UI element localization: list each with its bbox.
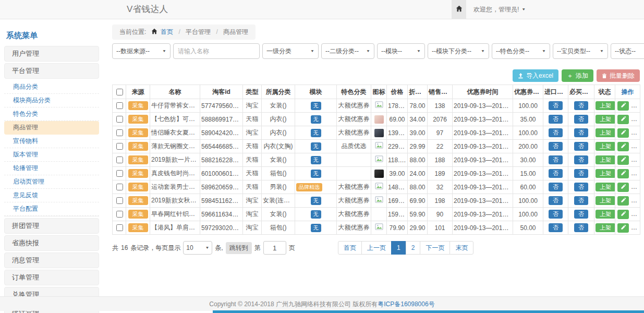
module-badge[interactable]: 无 xyxy=(311,129,321,137)
import-select-toggle[interactable]: 否 xyxy=(549,196,563,205)
sidebar-item[interactable]: 省惠快报 xyxy=(4,235,99,251)
level1-category-select[interactable]: 一级分类▼ xyxy=(262,43,319,59)
sidebar-item[interactable]: 平台管理 xyxy=(4,63,99,79)
module-select[interactable]: --模块--▼ xyxy=(377,43,425,59)
sidebar-subitem[interactable]: 意见反馈 xyxy=(4,189,99,202)
page-size-select[interactable]: 10 ▼ xyxy=(183,241,212,255)
status-badge[interactable]: 上架 xyxy=(596,169,615,178)
module-badge[interactable]: 无 xyxy=(311,224,321,232)
edit-button[interactable] xyxy=(617,223,629,233)
status-badge[interactable]: 上架 xyxy=(596,101,615,110)
must-buy-toggle[interactable]: 否 xyxy=(574,210,588,219)
edit-button[interactable] xyxy=(617,142,629,151)
sidebar-subitem[interactable]: 模块商品分类 xyxy=(4,94,99,107)
status-select[interactable]: --状态--▼ xyxy=(611,43,644,59)
edit-button[interactable] xyxy=(617,128,629,138)
status-badge[interactable]: 上架 xyxy=(596,210,615,219)
row-checkbox[interactable] xyxy=(116,143,123,150)
edit-button[interactable] xyxy=(617,210,629,219)
sidebar-item[interactable]: 订单管理 xyxy=(4,270,99,285)
module-subcategory-select[interactable]: --模块下分类--▼ xyxy=(428,43,489,59)
module-badge[interactable]: 无 xyxy=(311,115,321,124)
sidebar-subitem[interactable]: 商品管理 xyxy=(4,121,99,135)
row-checkbox[interactable] xyxy=(116,129,123,136)
status-badge[interactable]: 上架 xyxy=(596,115,615,124)
sidebar-item[interactable]: 拼团管理 xyxy=(4,218,99,234)
edit-button[interactable] xyxy=(617,101,629,111)
item-type-select[interactable]: --宝贝类型--▼ xyxy=(553,43,608,59)
page-button[interactable]: 下一页 xyxy=(420,241,450,255)
sidebar-subitem[interactable]: 平台配置 xyxy=(4,202,99,216)
page-button[interactable]: 末页 xyxy=(449,241,473,255)
row-checkbox[interactable] xyxy=(116,197,123,204)
must-buy-toggle[interactable]: 否 xyxy=(574,142,588,151)
page-button[interactable]: 2 xyxy=(406,241,421,255)
page-button[interactable]: 1 xyxy=(391,241,406,255)
status-badge[interactable]: 上架 xyxy=(596,142,615,151)
row-checkbox[interactable] xyxy=(116,156,123,163)
must-buy-toggle[interactable]: 否 xyxy=(574,101,588,110)
import-select-toggle[interactable]: 否 xyxy=(549,115,563,124)
must-buy-toggle[interactable]: 否 xyxy=(574,128,588,137)
import-excel-button[interactable]: 导入excel xyxy=(513,69,558,82)
level2-category-select[interactable]: --二级分类--▼ xyxy=(321,43,374,59)
edit-button[interactable] xyxy=(617,183,629,192)
icp-link[interactable]: 粤ICP备16098006号 xyxy=(378,300,434,308)
add-button[interactable]: ＋ 添加 xyxy=(562,69,593,82)
bulk-delete-button[interactable]: 批量删除 xyxy=(597,69,640,82)
row-checkbox[interactable] xyxy=(116,184,123,190)
sidebar-subitem[interactable]: 版本管理 xyxy=(4,148,99,162)
page-jump-input[interactable] xyxy=(263,241,286,255)
sidebar-subitem[interactable]: 特色分类 xyxy=(4,107,99,121)
status-badge[interactable]: 上架 xyxy=(596,128,615,137)
status-badge[interactable]: 上架 xyxy=(596,183,615,191)
import-select-toggle[interactable]: 否 xyxy=(549,183,563,191)
must-buy-toggle[interactable]: 否 xyxy=(574,155,588,164)
sidebar-subitem[interactable]: 宣传物料 xyxy=(4,135,99,148)
select-all-checkbox[interactable] xyxy=(116,89,123,95)
row-checkbox[interactable] xyxy=(116,116,123,123)
import-select-toggle[interactable]: 否 xyxy=(549,128,563,137)
import-select-toggle[interactable]: 否 xyxy=(549,223,563,232)
edit-button[interactable] xyxy=(617,196,629,206)
row-checkbox[interactable] xyxy=(116,211,123,218)
row-checkbox[interactable] xyxy=(116,224,123,231)
sidebar-item[interactable]: 消息管理 xyxy=(4,252,99,268)
module-badge[interactable]: 品牌精选 xyxy=(296,183,322,191)
jump-button[interactable]: 跳转到 xyxy=(226,242,252,254)
page-button[interactable]: 首页 xyxy=(338,241,362,255)
import-select-toggle[interactable]: 否 xyxy=(549,169,563,178)
import-select-toggle[interactable]: 否 xyxy=(549,142,563,151)
home-button[interactable] xyxy=(452,0,466,19)
edit-button[interactable] xyxy=(617,169,629,178)
must-buy-toggle[interactable]: 否 xyxy=(574,223,588,232)
import-select-toggle[interactable]: 否 xyxy=(549,210,563,219)
page-button[interactable]: 上一页 xyxy=(361,241,392,255)
data-source-select[interactable]: --数据来源--▼ xyxy=(112,43,171,59)
edit-button[interactable] xyxy=(617,155,629,165)
module-badge[interactable]: 无 xyxy=(311,102,321,110)
sidebar-subitem[interactable]: 启动页管理 xyxy=(4,175,99,189)
must-buy-toggle[interactable]: 否 xyxy=(574,115,588,124)
must-buy-toggle[interactable]: 否 xyxy=(574,183,588,191)
status-badge[interactable]: 上架 xyxy=(596,196,615,205)
must-buy-toggle[interactable]: 否 xyxy=(574,196,588,205)
import-select-toggle[interactable]: 否 xyxy=(549,101,563,110)
breadcrumb-home-link[interactable]: 首页 xyxy=(161,28,173,35)
module-badge[interactable]: 无 xyxy=(311,142,321,151)
must-buy-toggle[interactable]: 否 xyxy=(574,169,588,178)
row-checkbox[interactable] xyxy=(116,102,123,109)
sidebar-subitem[interactable]: 商品分类 xyxy=(4,80,99,94)
import-select-toggle[interactable]: 否 xyxy=(549,155,563,164)
name-search-input[interactable] xyxy=(173,43,260,59)
user-menu[interactable]: 欢迎您，管理员! ▼ xyxy=(473,5,526,14)
edit-button[interactable] xyxy=(617,115,629,124)
module-badge[interactable]: 无 xyxy=(311,156,321,164)
status-badge[interactable]: 上架 xyxy=(596,223,615,232)
row-checkbox[interactable] xyxy=(116,170,123,177)
module-badge[interactable]: 无 xyxy=(311,210,321,219)
status-badge[interactable]: 上架 xyxy=(596,155,615,164)
module-badge[interactable]: 无 xyxy=(311,170,321,178)
module-badge[interactable]: 无 xyxy=(311,197,321,205)
sidebar-subitem[interactable]: 轮播管理 xyxy=(4,162,99,175)
